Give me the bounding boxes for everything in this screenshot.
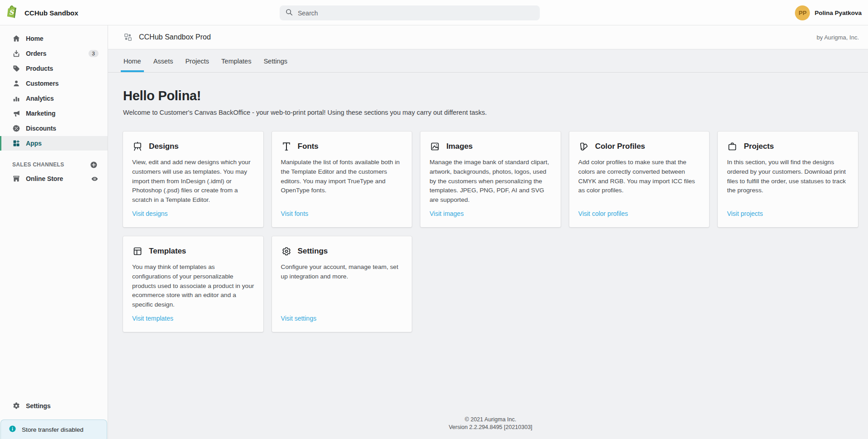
card-title: Designs: [149, 142, 178, 151]
store-brand[interactable]: S CCHub Sandbox: [6, 0, 78, 25]
orders-icon: [12, 49, 20, 58]
sidebar-item-label: Analytics: [26, 95, 54, 102]
search-input[interactable]: [298, 10, 534, 17]
eye-icon[interactable]: [91, 175, 99, 183]
sidebar-item-products[interactable]: Products: [0, 61, 108, 76]
discount-icon: [12, 124, 20, 132]
card-settings: Settings Configure your account, manage …: [272, 236, 412, 332]
app-header: CCHub Sandbox Prod by Aurigma, Inc.: [108, 25, 868, 49]
card-title: Color Profiles: [595, 142, 645, 151]
card-description: Configure your account, manage team, set…: [281, 263, 403, 282]
card-title: Images: [446, 142, 473, 151]
visit-settings-link[interactable]: Visit settings: [281, 315, 403, 322]
sidebar-item-online-store[interactable]: Online Store: [0, 171, 108, 186]
home-icon: [12, 34, 20, 43]
sidebar-item-marketing[interactable]: Marketing: [0, 106, 108, 121]
card-description: Manipulate the list of fonts available b…: [281, 158, 403, 195]
section-cards: Designs View, edit and add new designs w…: [123, 132, 858, 332]
sidebar-item-settings[interactable]: Settings: [0, 399, 108, 413]
app-tabs: Home Assets Projects Templates Settings: [108, 50, 868, 73]
card-fonts: Fonts Manipulate the list of fonts avail…: [272, 132, 412, 227]
sidebar-item-discounts[interactable]: Discounts: [0, 121, 108, 136]
main-content: Hello Polina! Welcome to Customer's Canv…: [108, 73, 868, 439]
sales-channels-section: SALES CHANNELS: [0, 158, 108, 171]
megaphone-icon: [12, 109, 20, 117]
sidebar-item-label: Marketing: [26, 110, 55, 117]
card-title: Projects: [744, 142, 774, 151]
tag-icon: [12, 64, 20, 73]
person-icon: [12, 79, 20, 88]
gear-icon: [281, 246, 292, 257]
top-bar: S CCHub Sandbox PP Polina Pyatkova: [0, 0, 868, 25]
app-footer: © 2021 Aurigma Inc. Version 2.2.294.8495…: [123, 410, 858, 439]
shopify-logo-icon: S: [6, 5, 18, 20]
card-description: Add color profiles to make sure that the…: [578, 158, 700, 195]
sidebar-item-label: Discounts: [26, 125, 56, 132]
sidebar-item-label: Apps: [26, 140, 42, 147]
sidebar: Home Orders 3 Products Customers: [0, 25, 108, 439]
avatar: PP: [795, 5, 810, 20]
sidebar-spacer: [0, 186, 108, 398]
layout-icon: [132, 246, 143, 257]
card-title: Templates: [149, 247, 186, 256]
sales-channels-heading: SALES CHANNELS: [12, 161, 64, 168]
global-search[interactable]: [280, 5, 540, 20]
svg-text:S: S: [9, 9, 15, 16]
page-title: Hello Polina!: [123, 88, 858, 103]
visit-fonts-link[interactable]: Visit fonts: [281, 210, 403, 217]
orders-count-badge: 3: [89, 50, 99, 57]
color-swatch-icon: [578, 141, 589, 152]
easel-icon: [132, 141, 143, 152]
card-description: You may think of templates as configurat…: [132, 263, 254, 310]
sidebar-item-orders[interactable]: Orders 3: [0, 46, 108, 61]
tab-assets[interactable]: Assets: [153, 50, 173, 72]
sidebar-item-analytics[interactable]: Analytics: [0, 91, 108, 106]
shopify-admin-window: S CCHub Sandbox PP Polina Pyatkova Home: [0, 0, 868, 439]
font-icon: [281, 141, 292, 152]
app-icon: [123, 33, 133, 42]
card-color-profiles: Color Profiles Add color profiles to mak…: [569, 132, 710, 227]
card-title: Fonts: [298, 142, 319, 151]
user-menu[interactable]: PP Polina Pyatkova: [795, 0, 862, 25]
card-images: Images Manage the image bank of standard…: [420, 132, 561, 227]
sidebar-item-label: Online Store: [26, 175, 63, 182]
gear-icon: [12, 402, 20, 410]
user-name: Polina Pyatkova: [814, 10, 862, 16]
sidebar-item-label: Products: [26, 65, 53, 72]
visit-projects-link[interactable]: Visit projects: [727, 210, 849, 217]
card-designs: Designs View, edit and add new designs w…: [123, 132, 263, 227]
sidebar-item-label: Settings: [26, 402, 50, 410]
store-name: CCHub Sandbox: [25, 9, 78, 17]
sidebar-item-home[interactable]: Home: [0, 31, 108, 46]
tab-settings[interactable]: Settings: [264, 50, 287, 72]
add-channel-button[interactable]: [90, 161, 98, 169]
sidebar-item-customers[interactable]: Customers: [0, 76, 108, 91]
card-title: Settings: [298, 247, 328, 256]
card-description: View, edit and add new designs which you…: [132, 158, 254, 205]
visit-templates-link[interactable]: Visit templates: [132, 315, 254, 322]
sidebar-item-label: Customers: [26, 80, 59, 87]
visit-designs-link[interactable]: Visit designs: [132, 210, 254, 217]
info-icon: [9, 425, 16, 434]
sidebar-item-label: Home: [26, 35, 44, 42]
card-description: Manage the image bank of standard clipar…: [429, 158, 552, 205]
card-description: In this section, you will find the desig…: [727, 158, 849, 195]
store-transfer-banner[interactable]: Store transfer disabled: [0, 419, 107, 439]
sidebar-nav: Home Orders 3 Products Customers: [0, 25, 108, 151]
visit-images-link[interactable]: Visit images: [429, 210, 552, 217]
search-icon: [285, 8, 293, 18]
bar-chart-icon: [12, 94, 20, 102]
app-byline: by Aurigma, Inc.: [817, 34, 859, 41]
version-text: Version 2.2.294.8495 [20210303]: [123, 424, 858, 431]
tab-home[interactable]: Home: [123, 50, 141, 72]
tab-projects[interactable]: Projects: [185, 50, 209, 72]
sidebar-item-apps[interactable]: Apps: [0, 136, 108, 151]
card-projects: Projects In this section, you will find …: [718, 132, 858, 227]
app-title: CCHub Sandbox Prod: [139, 33, 211, 41]
sidebar-item-label: Orders: [26, 50, 46, 57]
image-icon: [429, 141, 440, 152]
copyright-text: © 2021 Aurigma Inc.: [123, 416, 858, 424]
tab-templates[interactable]: Templates: [222, 50, 252, 72]
visit-color-profiles-link[interactable]: Visit color profiles: [578, 210, 700, 217]
briefcase-icon: [727, 141, 738, 152]
